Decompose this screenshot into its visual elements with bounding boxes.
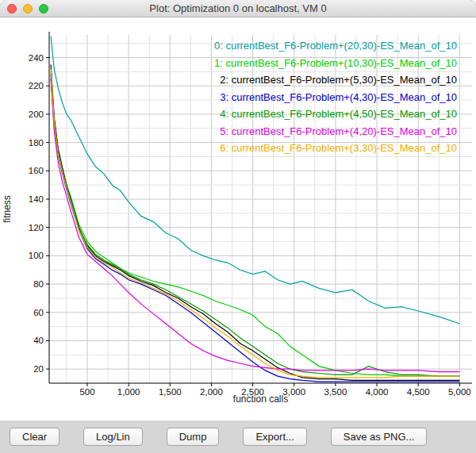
loglin-button[interactable]: Log/Lin bbox=[83, 428, 143, 446]
save-png-button[interactable]: Save as PNG... bbox=[331, 428, 428, 446]
button-bar: Clear Log/Lin Dump Export... Save as PNG… bbox=[0, 420, 476, 453]
x-tick-label: 5,000 bbox=[448, 387, 471, 397]
y-tick-label: 240 bbox=[29, 53, 44, 63]
legend-entry: 0: currentBest_F6-Problem+(20,30)-ES_Mea… bbox=[214, 40, 457, 52]
y-tick-label: 140 bbox=[29, 194, 44, 204]
x-tick-label: 500 bbox=[79, 387, 94, 397]
traffic-lights bbox=[7, 4, 48, 13]
x-tick-label: 4,000 bbox=[366, 387, 389, 397]
x-tick-label: 4,500 bbox=[407, 387, 430, 397]
zoom-button[interactable] bbox=[39, 4, 48, 13]
plot-panel: 5001,0001,5002,0002,5003,0003,5004,0004,… bbox=[0, 17, 476, 420]
legend-entry: 2: currentBest_F6-Problem+(5,30)-ES_Mean… bbox=[220, 74, 457, 86]
minimize-button[interactable] bbox=[23, 4, 33, 13]
x-axis-title: function calls bbox=[233, 393, 288, 405]
y-tick-label: 180 bbox=[29, 138, 44, 148]
legend-entry: 3: currentBest_F6-Problem+(4,30)-ES_Mean… bbox=[220, 91, 457, 103]
y-axis-title: fitness bbox=[2, 195, 13, 223]
legend-entry: 5: currentBest_F6-Problem+(4,20)-ES_Mean… bbox=[220, 125, 457, 137]
title-bar[interactable]: Plot: Optimization 0 on localhost, VM 0 bbox=[0, 0, 476, 17]
close-button[interactable] bbox=[7, 4, 17, 13]
y-tick-label: 40 bbox=[33, 336, 44, 345]
x-tick-label: 3,500 bbox=[324, 387, 347, 397]
y-tick-label: 200 bbox=[29, 109, 44, 119]
x-tick-label: 2,000 bbox=[200, 387, 223, 397]
clear-button[interactable]: Clear bbox=[10, 428, 60, 446]
y-tick-label: 100 bbox=[29, 251, 44, 260]
plot-window: Plot: Optimization 0 on localhost, VM 0 … bbox=[0, 0, 476, 453]
y-tick-label: 20 bbox=[33, 364, 44, 374]
export-button[interactable]: Export... bbox=[243, 428, 306, 446]
x-tick-label: 1,500 bbox=[159, 387, 182, 397]
legend-entry: 1: currentBest_F6-Problem+(10,30)-ES_Mea… bbox=[214, 57, 457, 69]
y-tick-label: 220 bbox=[29, 81, 44, 90]
y-tick-label: 80 bbox=[33, 279, 44, 289]
x-tick-label: 1,000 bbox=[117, 387, 140, 397]
y-tick-label: 60 bbox=[33, 308, 44, 317]
legend-entry: 6: currentBest_F6-Problem+(3,30)-ES_Mean… bbox=[220, 142, 457, 154]
y-tick-label: 120 bbox=[29, 223, 44, 232]
y-tick-label: 160 bbox=[29, 166, 44, 175]
fitness-chart[interactable]: 5001,0001,5002,0002,5003,0003,5004,0004,… bbox=[0, 17, 476, 420]
dump-button[interactable]: Dump bbox=[167, 428, 220, 446]
legend-entry: 4: currentBest_F6-Problem+(4,50)-ES_Mean… bbox=[220, 108, 457, 120]
window-title: Plot: Optimization 0 on localhost, VM 0 bbox=[149, 2, 326, 14]
